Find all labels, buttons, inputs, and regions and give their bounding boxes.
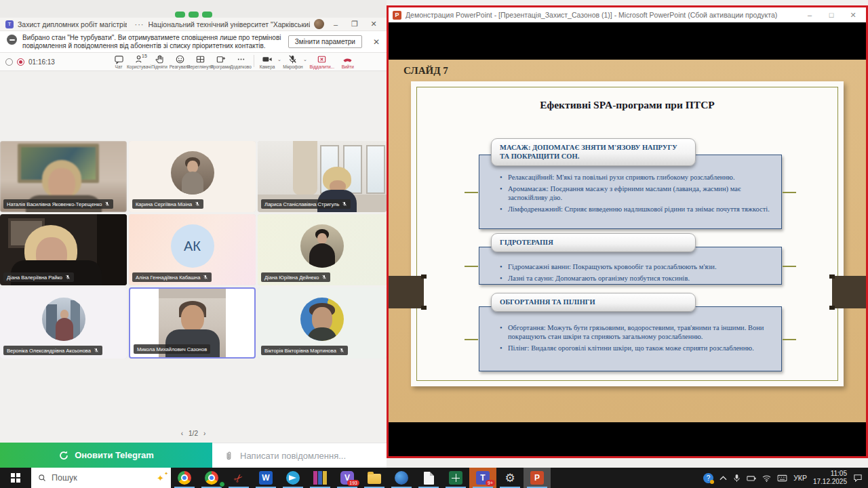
participant-name-chip: Вероніка Олександрівна Аксьонова <box>3 346 102 355</box>
taskbar-chrome-icon[interactable] <box>171 468 198 488</box>
telegram-bar: Оновити Telegram Написати повідомлення..… <box>0 443 387 468</box>
meeting-toolbar: 01:16:13 Чат 15 Користувачі Підняти Реаг… <box>0 53 387 71</box>
leave-button[interactable]: Вийти <box>336 53 360 69</box>
taskbar-telegram-icon[interactable] <box>279 468 307 488</box>
participant-tile[interactable]: Вікторія Вікторівна Мартинова <box>258 287 387 359</box>
teams-meeting-window: T Захист дипломних робіт магістрів гр. Б… <box>0 0 387 468</box>
mic-button[interactable]: Мікрофон <box>283 53 303 69</box>
taskbar-settings-icon[interactable]: ⚙ <box>496 468 524 488</box>
paperclip-icon <box>223 451 233 461</box>
next-page-icon[interactable]: › <box>203 430 205 437</box>
viber-badge: 193 <box>347 480 359 486</box>
participant-tile[interactable]: АК Аліна Геннадіївна Кабашна <box>129 214 256 285</box>
avatar <box>42 298 85 341</box>
taskbar-browser-icon[interactable] <box>388 468 415 488</box>
taskbar-chrome-profile-icon[interactable] <box>198 468 225 488</box>
tray-battery-icon[interactable] <box>747 474 756 482</box>
user-avatar[interactable] <box>314 19 324 29</box>
powerpoint-window: P Демонстрация PowerPoint - [Презентація… <box>387 5 868 458</box>
status-ring-icon <box>5 58 13 66</box>
taskbar-powerpoint-icon[interactable]: P <box>524 468 551 488</box>
connector-line <box>465 266 478 267</box>
raise-hand-button[interactable]: Підняти <box>149 53 170 69</box>
search-icon <box>38 474 46 482</box>
taskbar-teams-icon[interactable]: T9+ <box>469 468 496 488</box>
taskbar-file-explorer-icon[interactable] <box>361 468 388 488</box>
participant-tile[interactable]: Карина Сергіївна Мізіна <box>129 141 256 212</box>
taskbar-snipping-tool-icon[interactable]: ✂ <box>225 468 252 488</box>
tray-keyboard-icon[interactable] <box>777 474 787 482</box>
search-placeholder: Пошук <box>52 473 151 483</box>
ppt-maximize-button[interactable]: □ <box>823 11 840 19</box>
apps-button[interactable]: Програми <box>210 53 231 69</box>
connector-line <box>783 266 796 267</box>
tray-chevron-icon[interactable] <box>719 475 727 481</box>
taskbar-word-icon[interactable]: W <box>252 468 279 488</box>
ppt-close-button[interactable]: ✕ <box>844 11 862 20</box>
slide-ribbon-decoration <box>832 276 866 308</box>
tray-mic-icon[interactable] <box>733 474 741 483</box>
close-button[interactable]: ✕ <box>366 20 381 28</box>
background-dot <box>189 12 199 18</box>
language-indicator[interactable]: УКР <box>793 474 807 482</box>
record-icon <box>17 58 24 66</box>
mic-muted-icon <box>195 201 200 207</box>
taskbar-viber-icon[interactable]: V193 <box>334 468 361 488</box>
change-settings-button[interactable]: Змінити параметри <box>288 35 362 48</box>
participant-tile[interactable]: Наталія Василівна Яковенко-Терещенко <box>0 141 127 212</box>
camera-button[interactable]: Камера <box>257 53 277 69</box>
participant-tile[interactable]: Вероніка Олександрівна Аксьонова <box>0 287 127 359</box>
recording-time: 01:16:13 <box>28 58 55 66</box>
participant-count: 15 <box>142 54 147 58</box>
clock[interactable]: 11:05 17.12.2025 <box>813 470 847 486</box>
teams-badge: 9+ <box>486 480 495 486</box>
gallery-pagination: ‹1/2› <box>0 430 387 437</box>
mic-off-icon <box>288 54 298 64</box>
notification-text: Вибрано стан "Не турбувати". Ви отримува… <box>22 34 283 50</box>
action-center-icon[interactable] <box>853 474 863 482</box>
support-icon[interactable]: ? <box>703 473 713 483</box>
bullet-item: Аромамасаж: Поєднання масажу з ефірними … <box>508 184 770 202</box>
telegram-update-button[interactable]: Оновити Telegram <box>0 443 212 468</box>
taskbar-excel-icon[interactable] <box>442 468 469 488</box>
start-button[interactable] <box>0 468 31 488</box>
mic-chevron-icon[interactable]: ⌄ <box>303 57 307 62</box>
taskbar-search[interactable]: Пошук ✦ <box>31 468 171 488</box>
search-highlights-icon[interactable]: ✦ <box>157 473 164 483</box>
slide-page: Ефективні SPA-програми при ПТСР МАСАЖ: Д… <box>411 81 844 386</box>
notification-close-icon[interactable]: ✕ <box>373 37 380 47</box>
org-name: Національний технічний університет "Харк… <box>149 20 310 28</box>
restore-button[interactable]: ❐ <box>347 20 362 28</box>
participant-tile[interactable]: Діана Валеріївна Райко <box>0 214 127 285</box>
section-header: ГІДРОТЕРАПІЯ <box>491 233 696 252</box>
mic-muted-icon <box>342 201 347 207</box>
active-speaker-tile[interactable]: Микола Михайлович Сазонов <box>129 287 256 359</box>
tray-wifi-icon[interactable] <box>762 474 771 482</box>
participant-name-chip: Лариса Станіславівна Стригуль <box>261 199 351 209</box>
participants-button[interactable]: 15 Користувачі <box>129 53 149 69</box>
powerpoint-titlebar: P Демонстрация PowerPoint - [Презентація… <box>389 7 866 22</box>
background-window-strip <box>0 0 387 18</box>
titlebar-more-icon[interactable]: ··· <box>135 20 144 28</box>
prev-page-icon[interactable]: ‹ <box>181 430 183 437</box>
stop-sharing-button[interactable]: Віддалити... <box>309 53 336 69</box>
taskbar-winrar-icon[interactable] <box>307 468 334 488</box>
ppt-minimize-button[interactable]: – <box>801 11 818 19</box>
teams-logo-icon: T <box>5 20 14 28</box>
chat-button[interactable]: Чат <box>108 53 129 69</box>
minimize-button[interactable]: – <box>328 20 343 28</box>
connector-line <box>465 192 478 193</box>
taskbar-notepad-icon[interactable] <box>415 468 442 488</box>
initials-avatar: АК <box>171 224 214 268</box>
more-icon <box>236 54 246 64</box>
avatar <box>171 151 214 195</box>
avatar <box>300 298 344 341</box>
message-input[interactable]: Написати повідомлення... <box>212 443 387 468</box>
view-button[interactable]: Переглянути <box>190 53 210 69</box>
camera-chevron-icon[interactable]: ⌄ <box>277 57 281 62</box>
participant-tile[interactable]: Лариса Станіславівна Стригуль <box>258 141 387 212</box>
powerpoint-window-title: Демонстрация PowerPoint - [Презентація_З… <box>406 11 797 19</box>
message-placeholder: Написати повідомлення... <box>240 451 346 461</box>
participant-tile[interactable]: Діана Юріївна Дейнеко <box>258 214 387 285</box>
more-button[interactable]: Додатково <box>231 53 251 69</box>
